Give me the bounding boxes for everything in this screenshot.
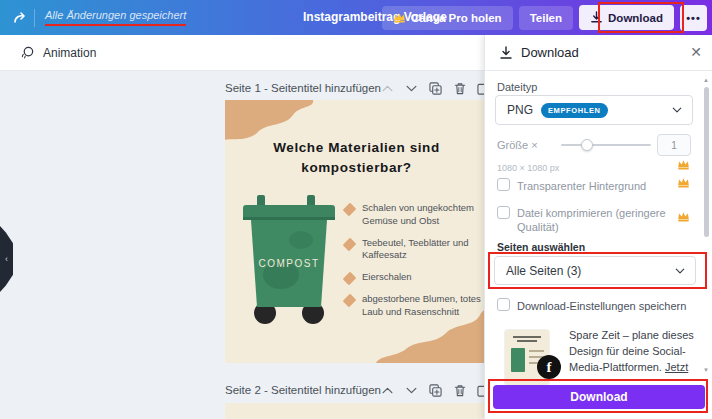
list-item: Teebeutel, Teeblätter und Kaffeesatz (345, 237, 481, 263)
select-pages-label: Seiten auswählen (497, 241, 585, 253)
list-item: abgestorbene Blumen, totes Laub und Rase… (345, 293, 481, 319)
diamond-icon (343, 272, 357, 286)
download-label: Download (608, 12, 663, 24)
crown-icon (677, 211, 690, 222)
animation-button[interactable]: Animation (12, 39, 104, 66)
delete-page-icon[interactable] (453, 82, 466, 95)
scroll-down-icon[interactable]: ▼ (703, 367, 709, 373)
transparent-bg-checkbox[interactable] (497, 178, 510, 191)
facebook-icon: f (537, 355, 561, 379)
design-page-1[interactable]: Welche Materialien sind kompostierbar? C… (225, 100, 488, 363)
bullet-list[interactable]: Schalen von ungekochtem Gemüse und Obst … (345, 202, 481, 328)
list-item: Eierschalen (345, 271, 481, 284)
page1-header: Seite 1 - Seitentitel hinzufügen (225, 78, 488, 98)
chevron-down-icon (672, 107, 682, 113)
pages-dropdown[interactable]: Alle Seiten (3) (494, 256, 696, 285)
page2-title[interactable]: Seite 2 - Seitentitel hinzufügen (225, 384, 381, 396)
duplicate-page-icon[interactable] (429, 82, 442, 95)
canva-pro-label: Canva Pro holen (411, 12, 502, 24)
page2-header: Seite 2 - Seitentitel hinzufügen (225, 380, 488, 400)
animation-icon (20, 45, 35, 60)
crown-icon (393, 12, 406, 23)
pages-value: Alle Seiten (3) (506, 264, 581, 278)
compress-file-label: Datei komprimieren (geringere Qualität) (517, 206, 667, 235)
more-options-button[interactable]: ••• (680, 5, 707, 31)
more-dots-icon: ••• (686, 12, 701, 24)
compress-file-checkbox[interactable] (497, 206, 510, 219)
download-icon (499, 46, 513, 60)
design-heading[interactable]: Welche Materialien sind kompostierbar? (237, 138, 476, 179)
close-icon[interactable]: ✕ (690, 45, 702, 59)
size-slider[interactable] (561, 144, 651, 146)
panel-scrollbar[interactable] (704, 87, 709, 237)
panel-title: Download (521, 45, 579, 60)
filetype-label: Dateityp (497, 81, 537, 93)
recommended-badge: EMPFOHLEN (541, 103, 607, 118)
size-value-box[interactable]: 1 (657, 134, 691, 156)
promo-text: Spare Zeit – plane dieses Design für dei… (569, 327, 701, 375)
move-page-up-icon[interactable] (381, 384, 394, 397)
save-settings-checkbox[interactable] (497, 298, 510, 311)
topbar-divider (34, 9, 35, 27)
diamond-icon (343, 237, 357, 251)
download-panel: Download ✕ Dateityp PNG EMPFOHLEN Größe … (484, 35, 712, 419)
share-label: Teilen (530, 12, 562, 24)
redo-icon (12, 11, 30, 25)
download-cta-button[interactable]: Download (493, 385, 705, 409)
diamond-icon (343, 294, 357, 308)
move-page-down-icon[interactable] (405, 384, 418, 397)
chevron-left-icon: ‹ (5, 254, 8, 264)
list-item: Schalen von ungekochtem Gemüse und Obst (345, 202, 481, 228)
bin-label: COMPOST (258, 258, 319, 269)
crown-icon (677, 177, 690, 188)
size-value: 1 (671, 140, 677, 151)
redo-button[interactable] (10, 7, 32, 29)
delete-page-icon[interactable] (453, 384, 466, 397)
canva-pro-button[interactable]: Canva Pro holen (382, 6, 513, 30)
animation-label: Animation (43, 46, 96, 60)
download-cta-label: Download (570, 390, 627, 404)
diamond-icon (343, 203, 357, 217)
page1-title[interactable]: Seite 1 - Seitentitel hinzufügen (225, 82, 381, 94)
saved-status: Alle Änderungen gespeichert (45, 9, 186, 26)
compost-bin-illustration[interactable]: COMPOST (243, 195, 335, 328)
transparent-bg-label: Transparenter Hintergrund (517, 179, 646, 193)
move-page-up-icon[interactable] (381, 82, 394, 95)
filetype-dropdown[interactable]: PNG EMPFOHLEN (495, 95, 693, 125)
scroll-up-icon[interactable]: ▲ (703, 77, 709, 83)
download-button-topbar[interactable]: Download (579, 5, 674, 30)
duplicate-page-icon[interactable] (429, 384, 442, 397)
design-page-2[interactable] (225, 403, 488, 419)
size-label: Größe × (497, 139, 538, 151)
dimensions-text: 1080 × 1080 px (497, 163, 559, 173)
filetype-value: PNG (507, 103, 533, 117)
share-button[interactable]: Teilen (519, 6, 573, 30)
download-icon (590, 11, 603, 24)
chevron-down-icon (675, 268, 685, 274)
save-settings-label: Download-Einstellungen speichern (517, 299, 686, 313)
move-page-down-icon[interactable] (405, 82, 418, 95)
promo-jetzt-link[interactable]: Jetzt (665, 361, 688, 373)
crown-icon (677, 159, 690, 170)
size-slider-thumb[interactable] (581, 139, 593, 151)
panel-header: Download ✕ (485, 35, 712, 71)
topbar-actions: Canva Pro holen Teilen Download ••• (382, 0, 707, 35)
top-bar: Alle Änderungen gespeichert Instagrambei… (0, 0, 712, 35)
